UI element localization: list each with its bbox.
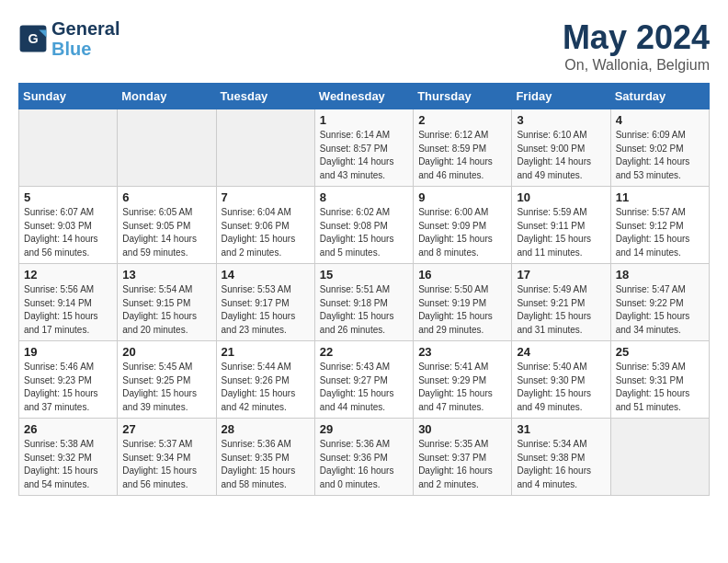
calendar-cell: 26Sunrise: 5:38 AMSunset: 9:32 PMDayligh… (19, 419, 118, 496)
day-number: 13 (122, 268, 210, 282)
day-info: Sunrise: 6:10 AMSunset: 9:00 PMDaylight:… (517, 129, 605, 182)
page-header: G General Blue May 2024 On, Wallonia, Be… (18, 18, 710, 74)
day-number: 18 (616, 268, 704, 282)
calendar-title: May 2024 (563, 18, 710, 57)
day-number: 1 (320, 113, 408, 127)
calendar-cell: 4Sunrise: 6:09 AMSunset: 9:02 PMDaylight… (610, 109, 709, 187)
day-number: 27 (122, 422, 210, 436)
calendar-cell: 21Sunrise: 5:44 AMSunset: 9:26 PMDayligh… (216, 341, 314, 419)
day-info: Sunrise: 5:36 AMSunset: 9:35 PMDaylight:… (222, 438, 310, 491)
calendar-cell: 11Sunrise: 5:57 AMSunset: 9:12 PMDayligh… (610, 187, 709, 264)
day-number: 30 (418, 422, 506, 436)
calendar-cell: 9Sunrise: 6:00 AMSunset: 9:09 PMDaylight… (414, 187, 512, 264)
day-info: Sunrise: 6:02 AMSunset: 9:08 PMDaylight:… (320, 206, 408, 259)
day-number: 17 (517, 268, 605, 282)
day-number: 26 (24, 422, 112, 436)
calendar-cell: 7Sunrise: 6:04 AMSunset: 9:06 PMDaylight… (216, 187, 314, 264)
calendar-cell: 24Sunrise: 5:40 AMSunset: 9:30 PMDayligh… (512, 341, 610, 419)
calendar-subtitle: On, Wallonia, Belgium (563, 57, 710, 74)
day-info: Sunrise: 6:00 AMSunset: 9:09 PMDaylight:… (418, 206, 506, 259)
day-number: 16 (418, 268, 506, 282)
day-number: 21 (222, 345, 310, 359)
calendar-cell: 13Sunrise: 5:54 AMSunset: 9:15 PMDayligh… (118, 264, 216, 341)
weekday-header-thursday: Thursday (414, 84, 512, 109)
calendar-week-row: 26Sunrise: 5:38 AMSunset: 9:32 PMDayligh… (19, 419, 710, 496)
calendar-cell: 16Sunrise: 5:50 AMSunset: 9:19 PMDayligh… (414, 264, 512, 341)
day-info: Sunrise: 5:56 AMSunset: 9:14 PMDaylight:… (24, 283, 112, 337)
day-info: Sunrise: 5:35 AMSunset: 9:37 PMDaylight:… (418, 438, 506, 491)
day-number: 29 (320, 422, 408, 436)
day-number: 4 (616, 113, 704, 127)
logo-icon: G (18, 24, 48, 53)
calendar-cell: 31Sunrise: 5:34 AMSunset: 9:38 PMDayligh… (512, 419, 610, 496)
day-info: Sunrise: 5:57 AMSunset: 9:12 PMDaylight:… (616, 206, 704, 259)
weekday-header-wednesday: Wednesday (314, 84, 413, 109)
day-info: Sunrise: 5:44 AMSunset: 9:26 PMDaylight:… (222, 361, 310, 414)
calendar-cell: 14Sunrise: 5:53 AMSunset: 9:17 PMDayligh… (216, 264, 314, 341)
calendar-cell: 25Sunrise: 5:39 AMSunset: 9:31 PMDayligh… (610, 341, 709, 419)
weekday-header-monday: Monday (118, 84, 216, 109)
day-info: Sunrise: 5:36 AMSunset: 9:36 PMDaylight:… (320, 438, 408, 491)
calendar-cell: 20Sunrise: 5:45 AMSunset: 9:25 PMDayligh… (118, 341, 216, 419)
weekday-header-saturday: Saturday (610, 84, 709, 109)
day-number: 22 (320, 345, 408, 359)
day-info: Sunrise: 5:34 AMSunset: 9:38 PMDaylight:… (517, 438, 605, 491)
day-number: 5 (24, 190, 112, 204)
day-info: Sunrise: 5:40 AMSunset: 9:30 PMDaylight:… (517, 361, 605, 414)
calendar-week-row: 19Sunrise: 5:46 AMSunset: 9:23 PMDayligh… (19, 341, 710, 419)
calendar-cell (610, 419, 709, 496)
calendar-cell: 30Sunrise: 5:35 AMSunset: 9:37 PMDayligh… (414, 419, 512, 496)
day-info: Sunrise: 5:51 AMSunset: 9:18 PMDaylight:… (320, 283, 408, 337)
calendar-table: SundayMondayTuesdayWednesdayThursdayFrid… (18, 83, 710, 496)
calendar-cell: 17Sunrise: 5:49 AMSunset: 9:21 PMDayligh… (512, 264, 610, 341)
calendar-week-row: 1Sunrise: 6:14 AMSunset: 8:57 PMDaylight… (19, 109, 710, 187)
day-number: 8 (320, 190, 408, 204)
weekday-header-row: SundayMondayTuesdayWednesdayThursdayFrid… (19, 84, 710, 109)
day-number: 25 (616, 345, 704, 359)
calendar-cell: 28Sunrise: 5:36 AMSunset: 9:35 PMDayligh… (216, 419, 314, 496)
day-info: Sunrise: 5:50 AMSunset: 9:19 PMDaylight:… (418, 283, 506, 337)
svg-text:G: G (28, 31, 38, 46)
day-number: 12 (24, 268, 112, 282)
day-info: Sunrise: 5:59 AMSunset: 9:11 PMDaylight:… (517, 206, 605, 259)
day-info: Sunrise: 5:41 AMSunset: 9:29 PMDaylight:… (418, 361, 506, 414)
calendar-cell (118, 109, 216, 187)
calendar-cell: 23Sunrise: 5:41 AMSunset: 9:29 PMDayligh… (414, 341, 512, 419)
calendar-cell: 19Sunrise: 5:46 AMSunset: 9:23 PMDayligh… (19, 341, 118, 419)
calendar-cell: 8Sunrise: 6:02 AMSunset: 9:08 PMDaylight… (314, 187, 413, 264)
day-info: Sunrise: 6:07 AMSunset: 9:03 PMDaylight:… (24, 206, 112, 259)
calendar-cell: 1Sunrise: 6:14 AMSunset: 8:57 PMDaylight… (314, 109, 413, 187)
calendar-cell: 3Sunrise: 6:10 AMSunset: 9:00 PMDaylight… (512, 109, 610, 187)
day-number: 7 (222, 190, 310, 204)
day-info: Sunrise: 5:37 AMSunset: 9:34 PMDaylight:… (122, 438, 210, 491)
day-number: 9 (418, 190, 506, 204)
calendar-week-row: 5Sunrise: 6:07 AMSunset: 9:03 PMDaylight… (19, 187, 710, 264)
day-info: Sunrise: 5:53 AMSunset: 9:17 PMDaylight:… (222, 283, 310, 337)
calendar-cell (19, 109, 118, 187)
calendar-cell: 10Sunrise: 5:59 AMSunset: 9:11 PMDayligh… (512, 187, 610, 264)
day-info: Sunrise: 5:38 AMSunset: 9:32 PMDaylight:… (24, 438, 112, 491)
day-number: 2 (418, 113, 506, 127)
calendar-cell: 18Sunrise: 5:47 AMSunset: 9:22 PMDayligh… (610, 264, 709, 341)
day-number: 20 (122, 345, 210, 359)
calendar-cell: 15Sunrise: 5:51 AMSunset: 9:18 PMDayligh… (314, 264, 413, 341)
weekday-header-tuesday: Tuesday (216, 84, 314, 109)
day-info: Sunrise: 5:43 AMSunset: 9:27 PMDaylight:… (320, 361, 408, 414)
calendar-cell: 29Sunrise: 5:36 AMSunset: 9:36 PMDayligh… (314, 419, 413, 496)
day-number: 24 (517, 345, 605, 359)
day-info: Sunrise: 6:05 AMSunset: 9:05 PMDaylight:… (122, 206, 210, 259)
calendar-cell (216, 109, 314, 187)
day-number: 3 (517, 113, 605, 127)
day-info: Sunrise: 5:47 AMSunset: 9:22 PMDaylight:… (616, 283, 704, 337)
day-number: 11 (616, 190, 704, 204)
calendar-cell: 22Sunrise: 5:43 AMSunset: 9:27 PMDayligh… (314, 341, 413, 419)
weekday-header-friday: Friday (512, 84, 610, 109)
day-info: Sunrise: 6:14 AMSunset: 8:57 PMDaylight:… (320, 129, 408, 182)
day-info: Sunrise: 5:46 AMSunset: 9:23 PMDaylight:… (24, 361, 112, 414)
day-info: Sunrise: 5:54 AMSunset: 9:15 PMDaylight:… (122, 283, 210, 337)
day-info: Sunrise: 6:04 AMSunset: 9:06 PMDaylight:… (222, 206, 310, 259)
logo-text: General Blue (51, 18, 119, 59)
calendar-cell: 12Sunrise: 5:56 AMSunset: 9:14 PMDayligh… (19, 264, 118, 341)
calendar-cell: 2Sunrise: 6:12 AMSunset: 8:59 PMDaylight… (414, 109, 512, 187)
day-number: 14 (222, 268, 310, 282)
